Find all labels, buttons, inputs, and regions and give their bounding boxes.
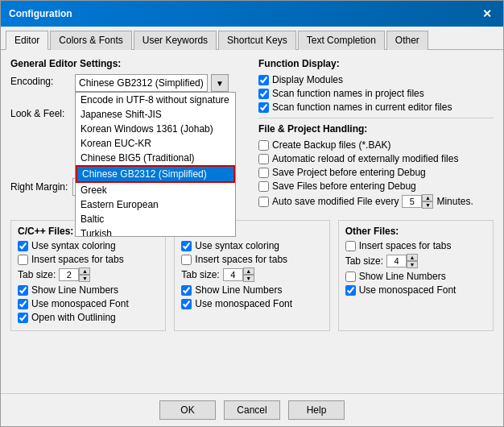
auto-save-spinbox-buttons: ▲ ▼ (422, 194, 433, 209)
asm-tab-row: Tab size: ▲ ▼ (181, 267, 322, 282)
encoding-option-3[interactable]: Korean EUC-KR (76, 136, 235, 151)
left-column: General Editor Settings: Encoding: Chine… (10, 58, 246, 214)
save-files-checkbox[interactable] (258, 181, 269, 192)
encoding-row: Encoding: Chinese GB2312 (Simplified) ▼ … (10, 74, 246, 92)
tab-user-keywords[interactable]: User Keywords (134, 31, 217, 50)
encoding-dropdown-arrow[interactable]: ▼ (211, 74, 229, 92)
asm-tab-up[interactable]: ▲ (243, 267, 254, 275)
display-modules-label: Display Modules (272, 74, 343, 85)
auto-reload-row: Automatic reload of externally modified … (258, 153, 494, 164)
asm-syntax-label: Use syntax coloring (195, 240, 279, 251)
encoding-option-4[interactable]: Chinese BIG5 (Traditional) (76, 151, 235, 165)
cpp-spaces-checkbox[interactable] (18, 255, 28, 265)
cpp-monospaced-checkbox[interactable] (18, 299, 28, 309)
other-monospaced-row: Use monospaced Font (345, 284, 486, 296)
content-columns: General Editor Settings: Encoding: Chine… (10, 58, 494, 214)
encoding-option-1[interactable]: Japanese Shift-JIS (76, 107, 235, 122)
cpp-spaces-label: Insert spaces for tabs (31, 254, 124, 265)
asm-tab-down[interactable]: ▼ (243, 275, 254, 282)
cpp-outlining-checkbox[interactable] (18, 313, 28, 323)
other-spaces-checkbox[interactable] (345, 241, 356, 251)
auto-save-row: Auto save modified File every ▲ ▼ Minute… (258, 194, 494, 209)
tab-other[interactable]: Other (386, 31, 428, 50)
encoding-dropdown-list: Encode in UTF-8 without signature Japane… (75, 92, 236, 237)
asm-tab-spinbox: ▲ ▼ (223, 267, 254, 282)
save-files-label: Save Files before entering Debug (272, 180, 416, 192)
save-project-label: Save Project before entering Debug (272, 167, 426, 178)
other-tab-label: Tab size: (345, 255, 383, 267)
cpp-spaces-row: Insert spaces for tabs (18, 254, 159, 265)
save-project-checkbox[interactable] (258, 168, 269, 178)
cpp-monospaced-row: Use monospaced Font (18, 298, 159, 309)
other-monospaced-checkbox[interactable] (345, 285, 356, 296)
asm-tab-label: Tab size: (181, 269, 219, 280)
encoding-option-8[interactable]: Baltic (76, 212, 235, 226)
other-tab-input[interactable] (386, 255, 407, 267)
ok-button[interactable]: OK (159, 400, 216, 420)
encoding-option-0[interactable]: Encode in UTF-8 without signature (76, 93, 235, 107)
other-spaces-row: Insert spaces for tabs (345, 240, 486, 251)
other-tab-row: Tab size: ▲ ▼ (345, 254, 486, 268)
auto-save-input[interactable] (402, 195, 422, 208)
asm-monospaced-checkbox[interactable] (181, 299, 192, 309)
other-tab-spinbox-buttons: ▲ ▼ (407, 254, 418, 268)
cpp-outlining-label: Open with Outlining (31, 312, 116, 323)
minutes-label: Minutes. (436, 196, 473, 207)
close-button[interactable]: ✕ (479, 6, 495, 22)
tab-shortcut-keys[interactable]: Shortcut Keys (218, 31, 296, 50)
asm-spaces-checkbox[interactable] (181, 255, 192, 265)
asm-line-numbers-checkbox[interactable] (181, 285, 192, 296)
other-tab-up[interactable]: ▲ (407, 254, 418, 261)
asm-syntax-checkbox[interactable] (181, 241, 192, 251)
encoding-option-2[interactable]: Korean Windows 1361 (Johab) (76, 122, 235, 136)
main-content: General Editor Settings: Encoding: Chine… (1, 50, 503, 393)
cpp-outlining-row: Open with Outlining (18, 312, 159, 323)
cpp-tab-up[interactable]: ▲ (79, 267, 90, 275)
cancel-button[interactable]: Cancel (224, 400, 280, 420)
create-backup-checkbox[interactable] (258, 140, 269, 151)
create-backup-label: Create Backup files (*.BAK) (272, 139, 390, 151)
other-line-numbers-label: Show Line Numbers (359, 271, 446, 282)
right-column: Function Display: Display Modules Scan f… (258, 58, 494, 214)
auto-reload-checkbox[interactable] (258, 154, 269, 164)
scan-project-label: Scan function names in project files (272, 88, 424, 99)
tab-editor[interactable]: Editor (6, 31, 48, 50)
help-button[interactable]: Help (288, 400, 345, 420)
scan-editor-checkbox[interactable] (258, 102, 269, 113)
asm-tab-input[interactable] (223, 268, 243, 281)
scan-editor-label: Scan function names in current editor fi… (272, 102, 452, 113)
asm-syntax-row: Use syntax coloring (181, 240, 322, 251)
bottom-buttons: OK Cancel Help (1, 393, 503, 426)
auto-save-down[interactable]: ▼ (422, 201, 433, 209)
tab-colors-fonts[interactable]: Colors & Fonts (50, 31, 131, 50)
asm-spaces-row: Insert spaces for tabs (181, 254, 322, 265)
encoding-option-5[interactable]: Chinese GB2312 (Simplified) (76, 165, 235, 183)
other-files-col: Other Files: Insert spaces for tabs Tab … (338, 220, 494, 331)
save-project-row: Save Project before entering Debug (258, 167, 494, 178)
tab-text-completion[interactable]: Text Completion (298, 31, 385, 50)
encoding-display[interactable]: Chinese GB2312 (Simplified) (75, 74, 208, 92)
encoding-dropdown-container: Chinese GB2312 (Simplified) ▼ Encode in … (75, 74, 229, 92)
auto-save-up[interactable]: ▲ (422, 194, 433, 201)
auto-save-spinbox: ▲ ▼ (402, 194, 433, 209)
scan-project-checkbox[interactable] (258, 89, 269, 99)
window-title: Configuration (9, 8, 72, 19)
other-tab-down[interactable]: ▼ (407, 261, 418, 268)
asm-line-numbers-row: Show Line Numbers (181, 284, 322, 296)
cpp-tab-down[interactable]: ▼ (79, 275, 90, 282)
encoding-option-6[interactable]: Greek (76, 183, 235, 197)
encoding-option-9[interactable]: Turkish (76, 226, 235, 237)
auto-save-checkbox[interactable] (258, 197, 269, 207)
cpp-syntax-checkbox[interactable] (18, 241, 28, 251)
cpp-tab-spinbox-buttons: ▲ ▼ (79, 267, 90, 282)
title-bar: Configuration ✕ (1, 1, 503, 27)
encoding-option-7[interactable]: Eastern European (76, 197, 235, 212)
cpp-tab-row: Tab size: ▲ ▼ (18, 267, 159, 282)
cpp-tab-input[interactable] (59, 268, 79, 281)
display-modules-checkbox[interactable] (258, 75, 269, 85)
other-monospaced-label: Use monospaced Font (359, 284, 456, 296)
asm-line-numbers-label: Show Line Numbers (195, 284, 282, 296)
cpp-line-numbers-checkbox[interactable] (18, 285, 28, 296)
other-tab-spinbox: ▲ ▼ (386, 254, 418, 268)
other-line-numbers-checkbox[interactable] (345, 272, 356, 282)
